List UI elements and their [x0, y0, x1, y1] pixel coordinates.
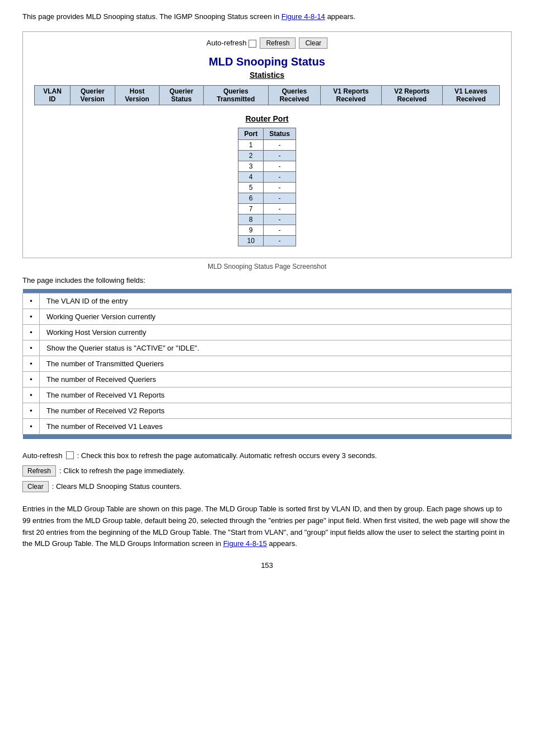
router-port-num: 6 [238, 193, 264, 203]
router-port-num: 8 [238, 214, 264, 225]
auto-refresh-checkbox[interactable] [249, 40, 256, 48]
field-bullet: • [23, 340, 40, 356]
footer-text2: appears. [267, 539, 297, 548]
router-row: 3- [238, 161, 296, 171]
router-port-status: - [264, 193, 296, 203]
router-row: 9- [238, 225, 296, 235]
stats-header-queries-transmitted: QueriesTransmitted [203, 85, 268, 105]
statistics-table: VLANID QuerierVersion HostVersion Querie… [34, 85, 500, 105]
auto-refresh-desc: Auto-refresh : Check this box to refresh… [22, 450, 512, 461]
field-bullet: • [23, 388, 40, 403]
router-port-num: 4 [238, 171, 264, 182]
stats-header-v1-leaves: V1 LeavesReceived [442, 85, 499, 105]
field-bullet: • [23, 372, 40, 388]
stats-header-querier-status: QuerierStatus [160, 85, 204, 105]
field-description: Working Querier Version currently [40, 309, 512, 325]
intro-text: This page provides MLD Snooping status. … [22, 12, 282, 21]
stats-header-vlan-id: VLANID [35, 85, 71, 105]
toolbar: Auto-refresh Refresh Clear [34, 38, 500, 49]
refresh-button[interactable]: Refresh [260, 38, 296, 49]
router-port-status: - [264, 225, 296, 235]
stats-header-queries-received: QueriesReceived [268, 85, 320, 105]
fields-row: •Working Host Version currently [23, 325, 512, 340]
router-row: 5- [238, 182, 296, 193]
screenshot-box: Auto-refresh Refresh Clear MLD Snooping … [22, 31, 512, 258]
field-bullet: • [23, 356, 40, 372]
router-header-port: Port [238, 128, 264, 139]
router-port-status: - [264, 182, 296, 193]
auto-refresh-desc-text: : Check this box to refresh the page aut… [77, 450, 377, 461]
page-title: MLD Snooping Status [34, 55, 500, 68]
field-description: The number of Received V1 Leaves [40, 419, 512, 435]
fields-row: •The number of Transmitted Queriers [23, 356, 512, 372]
router-port-status: - [264, 203, 296, 214]
router-port-num: 9 [238, 225, 264, 235]
router-port-status: - [264, 139, 296, 150]
field-description: The VLAN ID of the entry [40, 293, 512, 309]
stats-header-querier-version: QuerierVersion [70, 85, 115, 105]
fields-row: •The VLAN ID of the entry [23, 293, 512, 309]
screenshot-caption: MLD Snooping Status Page Screenshot [22, 263, 512, 270]
clear-button[interactable]: Clear [299, 38, 327, 49]
router-port-num: 2 [238, 150, 264, 161]
stats-header-host-version: HostVersion [115, 85, 160, 105]
intro-text2: appears. [325, 12, 355, 21]
clear-desc-text: : Clears MLD Snooping Status counters. [52, 481, 182, 492]
field-description: The number of Received Queriers [40, 372, 512, 388]
router-port-title: Router Port [34, 114, 500, 123]
router-port-status: - [264, 150, 296, 161]
field-bullet: • [23, 403, 40, 419]
router-port-status: - [264, 161, 296, 171]
fields-footer-row [23, 435, 512, 439]
fields-row: •The number of Received Queriers [23, 372, 512, 388]
field-description: The number of Received V1 Reports [40, 388, 512, 403]
router-port-num: 3 [238, 161, 264, 171]
router-table: Port Status 1-2-3-4-5-6-7-8-9-10- [238, 128, 296, 246]
router-port-num: 7 [238, 203, 264, 214]
figure-link-2[interactable]: Figure 4-8-15 [223, 539, 267, 548]
fields-row: •Working Querier Version currently [23, 309, 512, 325]
auto-refresh-label: Auto-refresh [207, 39, 257, 48]
auto-refresh-label-desc: Auto-refresh [22, 450, 63, 461]
fields-row: •The number of Received V1 Leaves [23, 419, 512, 435]
fields-table: •The VLAN ID of the entry•Working Querie… [22, 289, 512, 439]
router-row: 10- [238, 235, 296, 246]
router-port-status: - [264, 235, 296, 246]
router-port-container: Port Status 1-2-3-4-5-6-7-8-9-10- [34, 128, 500, 246]
footer-text: Entries in the MLD Group Table are shown… [22, 503, 512, 550]
field-bullet: • [23, 419, 40, 435]
field-bullet: • [23, 325, 40, 340]
statistics-title: Statistics [34, 71, 500, 80]
clear-desc: Clear : Clears MLD Snooping Status count… [22, 481, 512, 492]
stats-header-v1-reports: V1 ReportsReceived [320, 85, 381, 105]
page-number: 153 [22, 561, 512, 570]
router-row: 1- [238, 139, 296, 150]
router-row: 6- [238, 193, 296, 203]
auto-refresh-text: Auto-refresh [207, 39, 247, 47]
stats-header-v2-reports: V2 ReportsReceived [381, 85, 442, 105]
router-port-num: 5 [238, 182, 264, 193]
refresh-button-desc[interactable]: Refresh [22, 465, 56, 477]
figure-link-1[interactable]: Figure 4-8-14 [282, 12, 325, 21]
auto-refresh-checkbox-desc[interactable] [66, 451, 74, 459]
router-port-status: - [264, 214, 296, 225]
router-port-num: 10 [238, 235, 264, 246]
fields-row: •The number of Received V2 Reports [23, 403, 512, 419]
field-description: Working Host Version currently [40, 325, 512, 340]
intro-paragraph: This page provides MLD Snooping status. … [22, 11, 512, 22]
field-description: Show the Querier status is "ACTIVE" or "… [40, 340, 512, 356]
field-description: The number of Received V2 Reports [40, 403, 512, 419]
fields-header-row [23, 289, 512, 293]
field-bullet: • [23, 293, 40, 309]
fields-intro: The page includes the following fields: [22, 276, 512, 284]
router-row: 7- [238, 203, 296, 214]
clear-button-desc[interactable]: Clear [22, 481, 49, 492]
router-row: 8- [238, 214, 296, 225]
field-description: The number of Transmitted Queriers [40, 356, 512, 372]
router-port-status: - [264, 171, 296, 182]
router-row: 2- [238, 150, 296, 161]
fields-row: •The number of Received V1 Reports [23, 388, 512, 403]
router-header-status: Status [264, 128, 296, 139]
router-row: 4- [238, 171, 296, 182]
fields-row: •Show the Querier status is "ACTIVE" or … [23, 340, 512, 356]
